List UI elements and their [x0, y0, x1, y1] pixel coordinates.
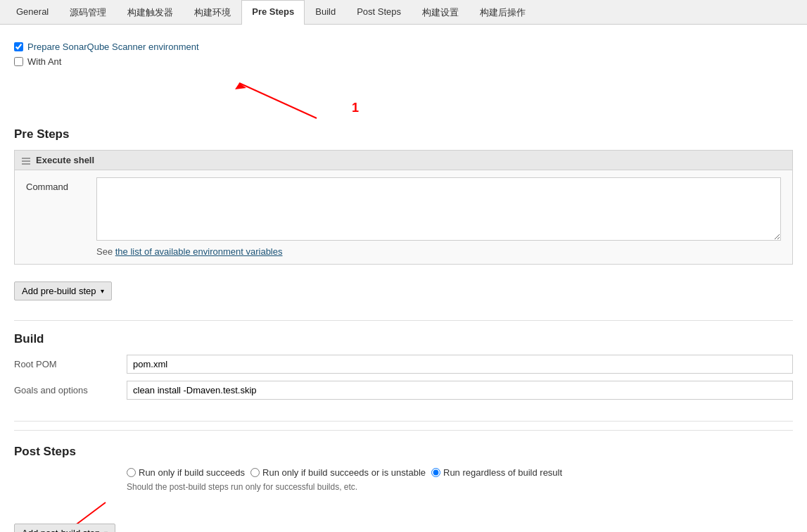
command-row: Command: [26, 177, 781, 241]
post-steps-title: Post Steps: [14, 445, 793, 459]
run-success-radio[interactable]: [127, 468, 136, 477]
tab-bar: General源码管理构建触发器构建环境Pre StepsBuildPost S…: [0, 0, 807, 25]
root-pom-row: Root POM: [14, 355, 793, 374]
tab-postbuild[interactable]: 构建后操作: [469, 0, 536, 25]
sonar-checkbox-row: Prepare SonarQube Scanner environment: [14, 42, 793, 52]
tab-build[interactable]: Build: [305, 0, 346, 25]
sonar-label[interactable]: Prepare SonarQube Scanner environment: [27, 42, 199, 52]
run-unstable-label[interactable]: Run only if build succeeds or is unstabl…: [250, 467, 426, 478]
env-link[interactable]: the list of available environment variab…: [115, 246, 283, 257]
divider2: [14, 430, 793, 431]
tab-general[interactable]: General: [6, 0, 59, 25]
goals-row: Goals and options: [14, 381, 793, 400]
root-pom-input[interactable]: [127, 355, 793, 374]
tab-presteps[interactable]: Pre Steps: [241, 0, 305, 25]
run-success-label[interactable]: Run only if build succeeds: [127, 467, 245, 478]
command-textarea[interactable]: [96, 177, 781, 241]
bottom-annotation-area: 2 Add post-build step ▾: [14, 499, 793, 532]
add-pre-build-step-button[interactable]: Add pre-build step ▾: [14, 281, 112, 300]
execute-shell-header: Execute shell: [15, 151, 792, 170]
add-pre-build-dropdown-arrow: ▾: [101, 287, 104, 295]
goals-input[interactable]: [127, 381, 793, 400]
post-steps-section: Post Steps Run only if build succeeds Ru…: [14, 445, 793, 532]
execute-shell-label: Execute shell: [36, 155, 94, 165]
env-link-prefix: See: [96, 246, 115, 257]
main-content: Prepare SonarQube Scanner environment Wi…: [0, 25, 807, 532]
run-success-text: Run only if build succeeds: [139, 467, 245, 478]
tab-source[interactable]: 源码管理: [59, 0, 117, 25]
tab-buildsettings[interactable]: 构建设置: [412, 0, 469, 25]
run-unstable-text: Run only if build succeeds or is unstabl…: [262, 467, 426, 478]
post-steps-radio-row: Run only if build succeeds Run only if b…: [127, 467, 793, 478]
ant-checkbox-row: With Ant: [14, 56, 793, 67]
ant-checkbox[interactable]: [14, 57, 23, 66]
command-label: Command: [26, 177, 96, 192]
env-link-row: See the list of available environment va…: [96, 246, 781, 257]
ant-label: With Ant: [27, 56, 61, 67]
checkbox-area: Prepare SonarQube Scanner environment Wi…: [14, 36, 793, 80]
tab-env[interactable]: 构建环境: [184, 0, 241, 25]
execute-shell-box: Execute shell Command See the list of av…: [14, 150, 793, 265]
drag-handle: [22, 156, 30, 165]
goals-label: Goals and options: [14, 385, 127, 395]
execute-shell-body: Command See the list of available enviro…: [15, 170, 792, 264]
run-always-text: Run regardless of build result: [443, 467, 562, 478]
build-section: Build Root POM Goals and options: [14, 332, 793, 422]
root-pom-label: Root POM: [14, 359, 127, 369]
add-post-build-step-label: Add post-build step: [22, 528, 100, 532]
run-always-radio[interactable]: [431, 468, 440, 477]
sonar-checkbox[interactable]: [14, 42, 23, 51]
build-title: Build: [14, 332, 793, 346]
tab-poststeps[interactable]: Post Steps: [346, 0, 412, 25]
svg-line-0: [239, 83, 317, 118]
divider1: [14, 320, 793, 321]
run-always-label[interactable]: Run regardless of build result: [431, 467, 562, 478]
annotation1-number: 1: [352, 101, 359, 115]
add-post-build-step-button[interactable]: Add post-build step ▾: [14, 524, 115, 532]
run-unstable-radio[interactable]: [250, 468, 260, 477]
add-pre-build-step-label: Add pre-build step: [22, 286, 96, 296]
add-post-build-dropdown-arrow: ▾: [104, 529, 108, 532]
pre-steps-title: Pre Steps: [14, 127, 793, 141]
post-build-note: Should the post-build steps run only for…: [127, 482, 793, 492]
tab-trigger[interactable]: 构建触发器: [117, 0, 184, 25]
annotation1-area: 1: [14, 80, 793, 122]
